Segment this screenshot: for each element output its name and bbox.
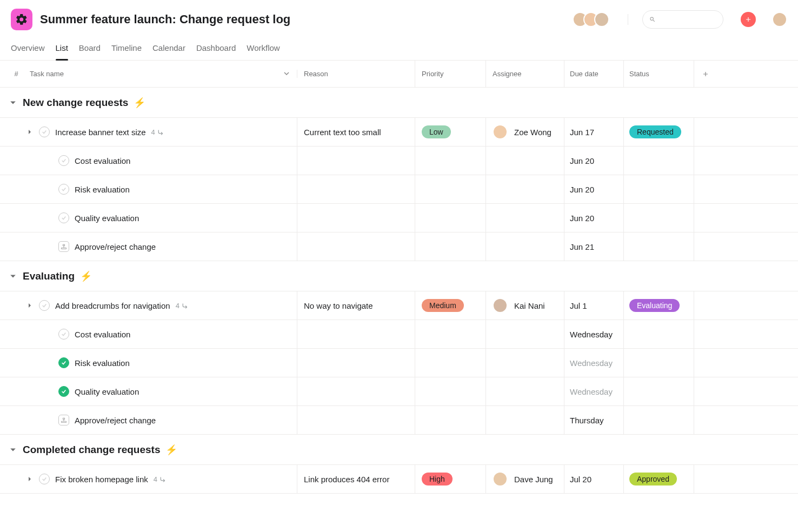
status-cell[interactable] <box>624 377 694 405</box>
tab-timeline[interactable]: Timeline <box>111 39 142 60</box>
tab-board[interactable]: Board <box>79 39 101 60</box>
column-reason[interactable]: Reason <box>297 61 415 87</box>
due-date-cell[interactable]: Jun 21 <box>564 232 624 261</box>
status-cell[interactable]: Requested <box>624 118 694 146</box>
tab-dashboard[interactable]: Dashboard <box>196 39 236 60</box>
tab-overview[interactable]: Overview <box>11 39 45 60</box>
member-avatars[interactable] <box>577 12 609 27</box>
reason-cell[interactable] <box>297 232 415 261</box>
task-name-cell[interactable]: Quality evaluation <box>0 204 297 232</box>
priority-cell[interactable] <box>415 232 486 261</box>
add-button[interactable] <box>741 12 756 27</box>
task-row[interactable]: Risk evaluationJun 20 <box>0 175 798 204</box>
assignee-cell[interactable] <box>486 232 564 261</box>
due-date-cell[interactable]: Jun 20 <box>564 147 624 175</box>
task-row[interactable]: Fix broken homepage link4 Link produces … <box>0 465 798 494</box>
status-cell[interactable] <box>624 175 694 203</box>
task-name-cell[interactable]: Cost evaluation <box>0 320 297 348</box>
column-due-date[interactable]: Due date <box>564 61 624 87</box>
task-name-cell[interactable]: Quality evaluation <box>0 377 297 405</box>
status-cell[interactable]: Evaluating <box>624 291 694 320</box>
chevron-down-icon[interactable] <box>10 447 17 453</box>
priority-cell[interactable] <box>415 320 486 348</box>
due-date-cell[interactable]: Wednesday <box>564 320 624 348</box>
approval-icon[interactable] <box>58 415 69 425</box>
section-header[interactable]: Evaluating⚡ <box>0 261 798 291</box>
task-row[interactable]: Quality evaluationJun 20 <box>0 204 798 232</box>
task-row[interactable]: Cost evaluationWednesday <box>0 320 798 349</box>
reason-cell[interactable] <box>297 147 415 175</box>
chevron-down-icon[interactable] <box>10 273 17 280</box>
priority-cell[interactable] <box>415 175 486 203</box>
task-name-cell[interactable]: Risk evaluation <box>0 175 297 203</box>
due-date-cell[interactable]: Jun 20 <box>564 175 624 203</box>
assignee-cell[interactable] <box>486 175 564 203</box>
status-cell[interactable]: Approved <box>624 465 694 493</box>
avatar[interactable] <box>594 12 609 27</box>
task-name-cell[interactable]: Approve/reject change <box>0 232 297 261</box>
priority-cell[interactable]: Low <box>415 118 486 146</box>
tab-calendar[interactable]: Calendar <box>152 39 185 60</box>
tab-workflow[interactable]: Workflow <box>247 39 280 60</box>
assignee-cell[interactable]: Zoe Wong <box>486 118 564 146</box>
complete-checkbox[interactable] <box>58 357 69 368</box>
assignee-cell[interactable] <box>486 204 564 232</box>
complete-checkbox[interactable] <box>39 474 50 484</box>
task-name-cell[interactable]: Add breadcrumbs for navigation4 <box>0 291 297 320</box>
task-row[interactable]: Risk evaluationWednesday <box>0 349 798 377</box>
assignee-cell[interactable] <box>486 377 564 405</box>
search-box[interactable] <box>642 10 723 29</box>
due-date-cell[interactable]: Wednesday <box>564 349 624 377</box>
complete-checkbox[interactable] <box>39 127 50 137</box>
task-row[interactable]: Approve/reject changeThursday <box>0 406 798 435</box>
assignee-cell[interactable]: Kai Nani <box>486 291 564 320</box>
complete-checkbox[interactable] <box>58 155 69 166</box>
task-row[interactable]: Cost evaluationJun 20 <box>0 147 798 175</box>
column-priority[interactable]: Priority <box>415 61 486 87</box>
assignee-cell[interactable] <box>486 349 564 377</box>
approval-icon[interactable] <box>58 241 69 252</box>
task-row[interactable]: Approve/reject changeJun 21 <box>0 232 798 261</box>
due-date-cell[interactable]: Jun 17 <box>564 118 624 146</box>
priority-cell[interactable] <box>415 349 486 377</box>
task-name-cell[interactable]: Cost evaluation <box>0 147 297 175</box>
task-name-cell[interactable]: Risk evaluation <box>0 349 297 377</box>
user-avatar[interactable] <box>772 12 787 27</box>
section-header[interactable]: Completed change requests⚡ <box>0 435 798 465</box>
reason-cell[interactable]: Current text too small <box>297 118 415 146</box>
task-name-cell[interactable]: Approve/reject change <box>0 406 297 434</box>
status-cell[interactable] <box>624 406 694 434</box>
task-row[interactable]: Add breadcrumbs for navigation4 No way t… <box>0 291 798 320</box>
reason-cell[interactable] <box>297 204 415 232</box>
due-date-cell[interactable]: Jul 20 <box>564 465 624 493</box>
section-header[interactable]: New change requests⚡ <box>0 88 798 118</box>
due-date-cell[interactable]: Jul 1 <box>564 291 624 320</box>
priority-cell[interactable]: High <box>415 465 486 493</box>
reason-cell[interactable] <box>297 377 415 405</box>
status-cell[interactable] <box>624 204 694 232</box>
assignee-cell[interactable] <box>486 406 564 434</box>
add-column-button[interactable] <box>694 61 798 87</box>
chevron-down-icon[interactable] <box>284 70 289 78</box>
column-assignee[interactable]: Assignee <box>486 61 564 87</box>
status-cell[interactable] <box>624 147 694 175</box>
chevron-right-icon[interactable] <box>27 129 34 135</box>
status-cell[interactable] <box>624 232 694 261</box>
tab-list[interactable]: List <box>56 39 68 60</box>
chevron-right-icon[interactable] <box>27 303 34 308</box>
reason-cell[interactable]: No way to navigate <box>297 291 415 320</box>
reason-cell[interactable] <box>297 175 415 203</box>
task-row[interactable]: Increase banner text size4 Current text … <box>0 118 798 147</box>
complete-checkbox[interactable] <box>58 212 69 223</box>
reason-cell[interactable] <box>297 406 415 434</box>
priority-cell[interactable] <box>415 406 486 434</box>
chevron-right-icon[interactable] <box>27 476 34 482</box>
complete-checkbox[interactable] <box>58 329 69 340</box>
status-cell[interactable] <box>624 349 694 377</box>
due-date-cell[interactable]: Thursday <box>564 406 624 434</box>
reason-cell[interactable] <box>297 349 415 377</box>
column-status[interactable]: Status <box>624 61 694 87</box>
complete-checkbox[interactable] <box>58 184 69 195</box>
assignee-cell[interactable] <box>486 147 564 175</box>
complete-checkbox[interactable] <box>58 386 69 397</box>
